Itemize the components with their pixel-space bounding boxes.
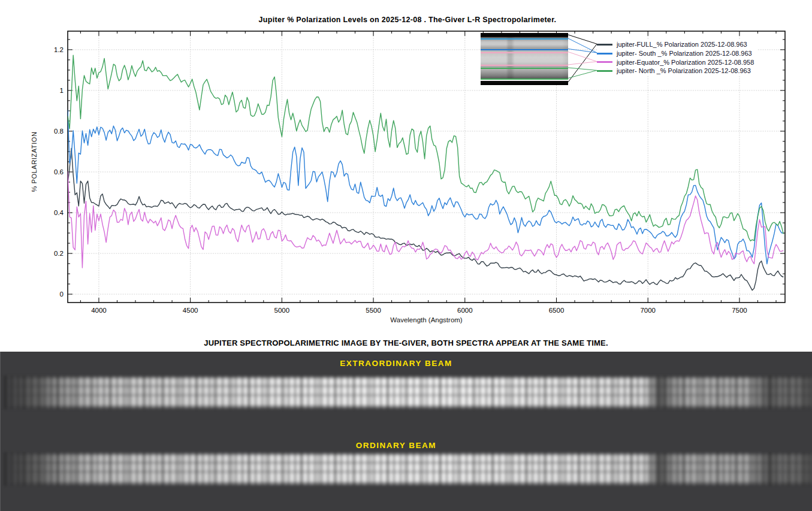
legend: jupiter-FULL_% Polarization 2025-12-08.9… <box>597 40 757 76</box>
y-tick-label: 1 <box>60 87 64 94</box>
y-axis-title: % POLARIZATION <box>31 131 38 192</box>
legend-label: jupiter- North _% Polarization 2025-12-0… <box>617 67 751 74</box>
extraordinary-beam-image <box>4 376 812 409</box>
x-tick-label: 4500 <box>183 307 198 314</box>
legend-marker-line <box>597 70 612 72</box>
x-tick-label: 4000 <box>91 307 107 314</box>
series-jupiter- <box>68 55 783 241</box>
x-axis-title: Wavelength (Angstrom) <box>68 316 785 323</box>
series-jupiter-Equator <box>68 171 783 268</box>
inset-connector-line <box>568 62 597 65</box>
inset-connector-line <box>568 52 597 62</box>
legend-label: jupiter- South _% Polarization 2025-12-0… <box>617 50 752 57</box>
x-tick-label: 6500 <box>549 307 565 314</box>
extraordinary-beam-label: EXTRAORDINARY BEAM <box>1 359 792 368</box>
inset-connector-line <box>568 35 597 44</box>
beam-panel: EXTRAORDINARY BEAM ORDINARY BEAM <box>0 352 812 511</box>
cyan-boundary-line <box>481 38 568 40</box>
pink-boundary-line-2 <box>481 65 568 66</box>
ordinary-beam-label: ORDINARY BEAM <box>1 441 792 450</box>
white-boundary-line <box>481 80 568 81</box>
series-jupiter-FULL <box>68 148 783 290</box>
y-tick-label: 0.8 <box>54 128 64 135</box>
inset-connector-line <box>568 68 597 70</box>
y-tick-label: 0.2 <box>54 250 64 257</box>
legend-marker-line <box>597 44 612 46</box>
ordinary-beam-image <box>4 452 812 486</box>
polarization-chart: 4000450050005500600065007000750000.20.40… <box>0 0 812 337</box>
page: 4000450050005500600065007000750000.20.40… <box>0 0 812 511</box>
green-boundary-line-1 <box>481 68 568 69</box>
y-tick-label: 1.2 <box>54 46 64 53</box>
x-tick-label: 5000 <box>274 307 290 314</box>
chart-title: Jupiter % Polarization Levels on 2025-12… <box>18 16 797 24</box>
y-tick-label: 0 <box>60 291 64 298</box>
legend-marker-line <box>597 53 612 55</box>
legend-label: jupiter-FULL_% Polarization 2025-12-08.9… <box>617 41 747 48</box>
x-tick-label: 6000 <box>457 307 473 314</box>
legend-item: jupiter-Equator_% Polarization 2025-12-0… <box>597 58 754 66</box>
legend-item: jupiter- North _% Polarization 2025-12-0… <box>597 66 754 75</box>
spectral-inset-image <box>481 33 568 85</box>
inset-connector-line <box>568 70 597 78</box>
y-tick-label: 0.4 <box>54 209 64 216</box>
legend-marker-line <box>597 61 612 63</box>
x-tick-label: 7500 <box>732 307 747 314</box>
pink-boundary-line-1 <box>481 52 568 53</box>
legend-label: jupiter-Equator_% Polarization 2025-12-0… <box>617 59 754 66</box>
x-tick-label: 7000 <box>640 307 656 314</box>
x-tick-label: 5500 <box>366 307 381 314</box>
legend-item: jupiter- South _% Polarization 2025-12-0… <box>597 49 754 58</box>
y-tick-label: 0.6 <box>54 168 64 176</box>
blue-boundary-line <box>481 49 568 50</box>
legend-item: jupiter-FULL_% Polarization 2025-12-08.9… <box>597 40 754 49</box>
bottom-heading: JUPITER SPECTROPOLARIMETRIC IMAGE BY THE… <box>0 338 812 347</box>
